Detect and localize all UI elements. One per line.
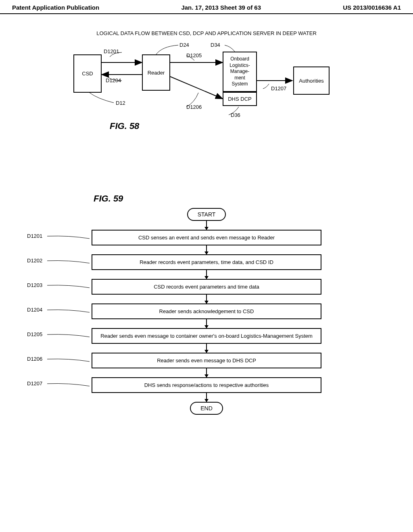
leader-line-icon xyxy=(47,235,90,243)
box-csd: CSD xyxy=(73,54,102,93)
fig58-diagram: CSD Reader Onboard Logistics- Manage- me… xyxy=(65,40,348,141)
box-reader: Reader xyxy=(142,54,170,91)
process-box: CSD senses an event and sends even messa… xyxy=(92,230,321,245)
leader-line-icon xyxy=(47,358,90,366)
page-header: Patent Application Publication Jan. 17, … xyxy=(0,0,413,14)
end-terminal: END xyxy=(190,402,223,415)
flow-step: D1206Reader sends even message to DHS DC… xyxy=(92,353,321,368)
arrow-down-icon xyxy=(206,245,207,254)
process-box: Reader sends even message to DHS DCP xyxy=(92,353,321,368)
label-d1207: D1207 xyxy=(271,85,286,91)
flow-step: D1205Reader sends even message to contai… xyxy=(92,328,321,344)
process-box: Reader sends acknowledgement to CSD xyxy=(92,303,321,319)
leader-line-icon xyxy=(47,309,90,317)
leader-line-icon xyxy=(47,334,90,342)
svg-line-4 xyxy=(170,77,223,99)
flow-step: D1207DHS sends response/actions to respe… xyxy=(92,377,321,393)
fig59-diagram: FIG. 59 START D1201CSD senses an event a… xyxy=(53,193,360,415)
leader-line-icon xyxy=(47,260,90,268)
process-box: DHS sends response/actions to respective… xyxy=(92,377,321,393)
flowchart-column: START D1201CSD senses an event and sends… xyxy=(53,208,360,415)
arrow-down-icon xyxy=(206,344,207,353)
process-box: Reader sends even message to container o… xyxy=(92,328,321,344)
step-id-label: D1201 xyxy=(27,233,42,239)
flow-step: D1202Reader records event parameters, ti… xyxy=(92,254,321,270)
arrow-down-icon xyxy=(206,368,207,377)
step-id-label: D1204 xyxy=(27,307,42,313)
step-id-label: D1206 xyxy=(27,356,42,362)
process-box: Reader records event parameters, time da… xyxy=(92,254,321,270)
header-right: US 2013/0016636 A1 xyxy=(343,4,401,11)
label-d12: D12 xyxy=(116,100,125,106)
arrow-down-icon xyxy=(206,393,207,402)
step-id-label: D1207 xyxy=(27,380,42,387)
process-box: CSD records event parameters and time da… xyxy=(92,279,321,295)
fig58-title: LOGICAL DATA FLOW BETWEEN CSD, DCP AND A… xyxy=(0,30,413,36)
step-id-label: D1205 xyxy=(27,331,42,337)
label-d34: D34 xyxy=(211,42,220,48)
header-left: Patent Application Publication xyxy=(12,4,99,11)
box-authorities: Authorities xyxy=(293,66,330,95)
label-d1201: D1201 xyxy=(104,48,119,54)
arrow-down-icon xyxy=(206,270,207,279)
box-dhsdcp: DHS DCP xyxy=(223,92,257,106)
flow-step: D1201CSD senses an event and sends even … xyxy=(92,230,321,245)
flow-step: D1204Reader sends acknowledgement to CSD xyxy=(92,303,321,319)
label-d1204: D1204 xyxy=(106,77,121,83)
flow-step: D1203CSD records event parameters and ti… xyxy=(92,279,321,295)
leader-line-icon xyxy=(47,383,90,391)
step-id-label: D1202 xyxy=(27,258,42,264)
header-center: Jan. 17, 2013 Sheet 39 of 63 xyxy=(181,4,261,11)
step-id-label: D1203 xyxy=(27,282,42,288)
box-olms: Onboard Logistics- Manage- ment System xyxy=(223,52,257,92)
fig58-label: FIG. 58 xyxy=(110,121,139,131)
label-d24: D24 xyxy=(179,42,189,48)
arrow-down-icon xyxy=(206,295,207,303)
label-d1205: D1205 xyxy=(186,52,202,58)
start-terminal: START xyxy=(187,208,226,221)
label-d1206: D1206 xyxy=(186,104,202,110)
label-d36: D36 xyxy=(231,112,240,118)
fig59-label: FIG. 59 xyxy=(94,193,360,204)
arrow-down-icon xyxy=(206,319,207,328)
arrow-down-icon xyxy=(206,221,207,230)
leader-line-icon xyxy=(47,285,90,293)
